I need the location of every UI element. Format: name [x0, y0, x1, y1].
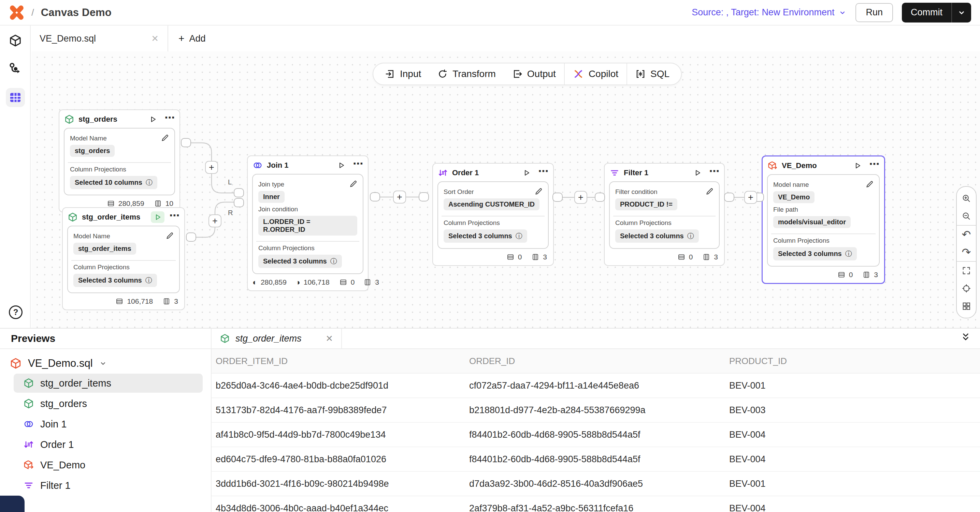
sidebar-item-models[interactable] [6, 31, 25, 50]
tree-item-stg-order-items[interactable]: stg_order_items [14, 374, 203, 393]
table-row: 3ddd1b6d-3021-4f16-b09c-980214b9498e d7d… [212, 472, 980, 496]
info-icon: ⓘ [146, 178, 153, 187]
add-node-on-edge-button[interactable]: + [208, 214, 221, 227]
node-ve-demo[interactable]: VE_Demo ⋯ Model name VE_Demo File path m… [762, 155, 885, 284]
column-projections-pill[interactable]: Selected 3 columns ⓘ [73, 274, 157, 287]
model-name-pill[interactable]: stg_orders [70, 145, 115, 157]
sidebar-item-lineage[interactable] [6, 59, 25, 78]
edit-pencil-icon[interactable] [535, 187, 543, 196]
add-node-on-edge-button[interactable]: + [744, 191, 757, 204]
commit-caret-button[interactable] [952, 3, 971, 22]
transform-button[interactable]: Transform [429, 63, 504, 84]
port-stg-orders-out[interactable] [181, 138, 191, 147]
node-stg-orders[interactable]: stg_orders ⋯ Model Name stg_orders Colum… [59, 109, 180, 212]
run-button[interactable]: Run [856, 3, 893, 22]
node-filter-1[interactable]: Filter 1 ⋯ Filter condition PRODUCT_ID !… [604, 163, 725, 266]
join-condition-pill[interactable]: L.ORDER_ID = R.ORDER_ID [258, 216, 357, 236]
environment-selector[interactable]: Source: , Target: New Environment [692, 7, 846, 18]
locate-button[interactable] [957, 279, 976, 297]
node-menu-button[interactable]: ⋯ [353, 162, 363, 169]
row-count-stat: 0 [837, 271, 853, 279]
collapse-panel-button[interactable] [960, 331, 971, 344]
tree-item-ve-demo[interactable]: VE_Demo [14, 455, 203, 474]
commit-button[interactable]: Commit [902, 3, 951, 22]
node-run-button[interactable] [690, 167, 704, 179]
tree-root-ve-demo-sql[interactable]: VE_Demo.sql [0, 355, 211, 373]
zoom-in-button[interactable] [957, 190, 976, 207]
edit-pencil-icon[interactable] [161, 133, 170, 142]
model-name-pill[interactable]: stg_order_items [73, 243, 136, 255]
columns-icon [363, 278, 372, 286]
rows-icon [339, 278, 347, 286]
zoom-out-button[interactable] [957, 207, 976, 225]
port-stg-order-items-out[interactable] [186, 233, 196, 242]
column-projections-pill[interactable]: Selected 3 columns ⓘ [773, 247, 857, 260]
fit-view-button[interactable] [957, 262, 976, 279]
column-projections-pill[interactable]: Selected 3 columns ⓘ [615, 230, 699, 243]
join-type-pill[interactable]: Inner [258, 191, 285, 203]
add-node-on-edge-button[interactable]: + [205, 161, 218, 174]
edit-pencil-icon[interactable] [705, 187, 714, 196]
node-menu-button[interactable]: ⋯ [709, 170, 719, 176]
port-join-left-in[interactable] [234, 188, 244, 197]
port-filter-in[interactable] [595, 193, 605, 202]
play-icon [694, 169, 702, 177]
node-run-button[interactable] [520, 167, 533, 179]
node-menu-button[interactable]: ⋯ [869, 162, 879, 169]
top-bar: / Canvas Demo Source: , Target: New Envi… [0, 0, 980, 25]
node-stg-order-items[interactable]: stg_order_items ⋯ Model Name stg_order_i… [62, 207, 185, 310]
node-order-1[interactable]: Order 1 ⋯ Sort Order Ascending CUSTOMER_… [432, 163, 554, 266]
node-run-button[interactable] [151, 211, 164, 223]
tree-item-order-1[interactable]: Order 1 [14, 435, 203, 454]
column-projections-pill[interactable]: Selected 3 columns ⓘ [258, 255, 342, 268]
port-join-right-in[interactable] [234, 198, 244, 207]
sidebar-item-visual-editor[interactable] [6, 88, 25, 107]
node-run-button[interactable] [851, 160, 864, 171]
sort-order-pill[interactable]: Ascending CUSTOMER_ID [444, 198, 539, 210]
add-node-on-edge-button[interactable]: + [393, 190, 406, 203]
app-logo-icon[interactable] [9, 5, 25, 21]
rows-icon [837, 271, 846, 279]
add-node-on-edge-button[interactable]: + [574, 191, 587, 204]
tab-ve-demo-sql[interactable]: VE_Demo.sql ✕ [31, 25, 168, 51]
input-button[interactable]: Input [377, 63, 429, 84]
undo-button[interactable]: ↶ [957, 226, 976, 243]
copilot-button[interactable]: Copilot [565, 63, 627, 84]
node-join-1[interactable]: Join 1 ⋯ Join type Inner Join condition … [247, 155, 369, 291]
tree-item-stg-orders[interactable]: stg_orders [14, 394, 203, 413]
port-order-out[interactable] [552, 193, 563, 202]
node-menu-button[interactable]: ⋯ [169, 214, 180, 220]
output-button[interactable]: Output [504, 63, 564, 84]
filter-condition-pill[interactable]: PRODUCT_ID != [615, 198, 677, 210]
input-icon [385, 69, 395, 79]
edit-pencil-icon[interactable] [865, 180, 874, 189]
info-icon: ⓘ [515, 231, 522, 241]
column-projections-pill[interactable]: Selected 3 columns ⓘ [444, 230, 527, 243]
grid-view-button[interactable] [957, 297, 976, 315]
canvas[interactable]: Input Transform Output Copilot [32, 51, 980, 328]
node-menu-button[interactable]: ⋯ [538, 170, 548, 176]
model-name-pill[interactable]: VE_Demo [773, 191, 815, 203]
preview-tab-stg-order-items[interactable]: stg_order_items ✕ [212, 329, 342, 349]
port-order-in[interactable] [419, 192, 429, 201]
sql-button[interactable]: SQL [627, 63, 678, 84]
add-tab-button[interactable]: + Add [168, 25, 216, 51]
redo-button[interactable]: ↷ [957, 243, 976, 261]
tree-item-join-1[interactable]: Join 1 [14, 415, 203, 434]
node-menu-button[interactable]: ⋯ [164, 116, 175, 123]
port-join-out[interactable] [370, 192, 380, 201]
close-icon[interactable]: ✕ [151, 33, 159, 44]
chat-widget[interactable] [0, 496, 25, 512]
column-projections-pill[interactable]: Selected 10 columns ⓘ [70, 176, 157, 189]
help-button[interactable]: ? [9, 306, 22, 319]
file-path-pill[interactable]: models/visual_editor [773, 216, 851, 228]
node-run-button[interactable] [146, 114, 160, 125]
node-run-button[interactable] [334, 160, 348, 171]
chevron-down-icon[interactable] [99, 359, 107, 368]
edit-pencil-icon[interactable] [349, 179, 358, 188]
close-icon[interactable]: ✕ [326, 333, 333, 344]
tree-item-filter-1[interactable]: Filter 1 [14, 476, 203, 495]
port-filter-out[interactable] [724, 193, 734, 202]
field-label: Join condition [258, 206, 357, 213]
edit-pencil-icon[interactable] [165, 231, 174, 240]
